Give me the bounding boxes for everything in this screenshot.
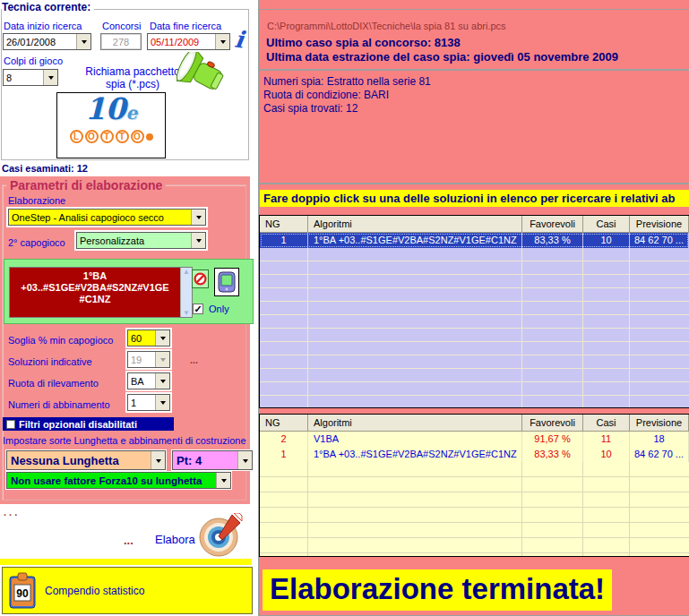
formula-textbox[interactable]: 1°BA +03..#S1GE#V2BA#S2NZ#V1GE #C1NZ ▲▼ (9, 267, 193, 318)
chevron-down-icon[interactable] (215, 34, 229, 49)
numeri-abbinamento-combobox[interactable]: 1 (127, 394, 170, 411)
colpi-value: 8 (4, 72, 43, 83)
chevron-down-icon[interactable] (191, 210, 205, 225)
cell-previsione: 84 62 70 ... (630, 447, 689, 462)
ruota-rilevamento-combobox[interactable]: BA (127, 372, 170, 389)
elabora-dots: ... (124, 534, 133, 547)
forza10-value: Non usare fattore Forza10 su lunghetta (7, 475, 216, 486)
elaborazione-value: OneStep - Analisi capogioco secco (9, 211, 191, 223)
pda-device-icon[interactable] (214, 268, 239, 296)
elabora-target-button[interactable] (198, 513, 243, 558)
only-checkbox[interactable]: ✓ Only (193, 304, 229, 314)
soglia-combobox[interactable]: 60 (127, 329, 170, 346)
col-header-favorevoli[interactable]: Favorevoli (522, 216, 583, 233)
cell-ng: 1 (260, 447, 308, 462)
chevron-down-icon[interactable] (155, 395, 169, 410)
data-inizio-label: Data inizio ricerca (4, 21, 82, 31)
col-header-algoritmi[interactable]: Algoritmi (308, 216, 522, 233)
col-header-ng[interactable]: NG (260, 415, 308, 432)
numeri-value: 1 (128, 397, 155, 408)
col-header-previsione[interactable]: Previsione (630, 415, 689, 432)
results-panel: C:\Programmi\LottoDIX\Tecniche\la spia 8… (258, 0, 689, 616)
data-fine-combobox[interactable]: 05/11/2009 (147, 33, 230, 50)
compendio-statistico-button[interactable]: 90 Compendio statistico (2, 567, 253, 614)
richiama-line1: Richiama pacchetto (79, 65, 186, 78)
capogioco2-combobox[interactable]: Personalizzata (76, 232, 206, 249)
compendio-label: Compendio statistico (45, 585, 144, 597)
solutions-table[interactable]: NG Algoritmi Favorevoli Casi Previsione … (259, 215, 689, 408)
formula-text: 1°BA +03..#S1GE#V2BA#S2NZ#V1GE #C1NZ (10, 268, 180, 317)
chevron-down-icon[interactable] (191, 233, 205, 248)
concorsi-label: Concorsi (102, 21, 141, 31)
formula-line: 1°BA (10, 270, 180, 282)
empty-rows-area[interactable] (260, 462, 689, 556)
colpi-combobox[interactable]: 8 (3, 69, 58, 86)
formula-panel: 1°BA +03..#S1GE#V2BA#S2NZ#V1GE #C1NZ ▲▼ (4, 259, 254, 324)
concorsi-field[interactable]: 278 (100, 33, 142, 50)
left-panel: Tecnica corrente: Data inizio ricerca 26… (0, 0, 258, 616)
checkbox-unchecked-icon[interactable] (6, 420, 15, 429)
formula-line: +03..#S1GE#V2BA#S2NZ#V1GE (10, 282, 180, 294)
cell-favorevoli: 83,33 % (522, 233, 583, 248)
table-row-selected[interactable]: 1 1°BA +03..#S1GE#V2BA#S2NZ#V1GE#C1NZ 83… (260, 233, 689, 248)
cell-algoritmi: 1°BA +03..#S1GE#V2BA#S2NZ#V1GE#C1NZ (308, 233, 522, 248)
cell-casi: 11 (583, 432, 630, 447)
col-header-favorevoli[interactable]: Favorevoli (522, 415, 583, 432)
chevron-down-icon[interactable] (216, 473, 230, 488)
soluzioni-value: 19 (128, 354, 155, 365)
chevron-down-icon[interactable] (43, 70, 57, 85)
only-label: Only (209, 304, 229, 314)
casi-trovati-label: Casi spia trovati: 12 (263, 102, 357, 115)
table-row[interactable]: 2 V1BA 91,67 % 11 18 (260, 432, 689, 447)
ruota-value: BA (128, 375, 155, 387)
cell-algoritmi: 1°BA +03..#S1GE#V2BA#S2NZ#V1GE#C1NZ (308, 447, 522, 462)
data-inizio-combobox[interactable]: 26/01/2008 (3, 33, 91, 50)
cell-favorevoli: 83,33 % (522, 447, 583, 462)
clipboard-90-icon: 90 (8, 572, 37, 610)
checkbox-checked-icon[interactable]: ✓ (193, 304, 203, 314)
table-row[interactable]: 1 1°BA +03..#S1GE#V2BA#S2NZ#V1GE#C1NZ 83… (260, 447, 689, 462)
soluzioni-label: Soluzioni indicative (8, 356, 92, 367)
capogioco2-value: Personalizzata (77, 235, 191, 246)
prohibition-icon[interactable] (192, 270, 209, 288)
svg-text:90: 90 (16, 587, 29, 600)
empty-rows-area[interactable] (260, 248, 689, 407)
col-header-previsione[interactable]: Previsione (630, 216, 689, 233)
soglia-label: Soglia % min capogioco (8, 335, 113, 346)
elaborazione-combobox[interactable]: OneStep - Analisi capogioco secco (8, 209, 206, 226)
pt-combobox[interactable]: Pt: 4 (172, 450, 253, 470)
col-header-ng[interactable]: NG (260, 216, 308, 233)
formula-line: #C1NZ (10, 294, 180, 305)
filtri-opzionali-bar[interactable]: Filtri opzionali disabilitati (3, 417, 174, 431)
capogioco2-label: 2° capogioco (8, 237, 65, 248)
soluzioni-combobox: 19 (127, 351, 170, 368)
flashlight-icon[interactable] (176, 52, 226, 97)
col-header-casi[interactable]: Casi (583, 415, 630, 432)
chevron-down-icon[interactable] (155, 330, 169, 346)
col-header-casi[interactable]: Casi (583, 216, 630, 233)
elabora-label: Elabora (155, 533, 195, 546)
formula-scrollbar[interactable]: ▲▼ (180, 268, 192, 317)
soluzioni-dots: ... (190, 355, 198, 365)
yellow-divider (0, 559, 252, 565)
impostare-label: Impostare sorte Lunghetta e abbinamenti … (3, 435, 246, 446)
data-fine-label: Data fine ricerca (150, 21, 221, 31)
chevron-down-icon[interactable] (155, 373, 169, 389)
casi-esaminati-label: Casi esaminati: 12 (2, 163, 88, 174)
lotto-letter: L (70, 130, 83, 143)
chevron-down-icon[interactable] (237, 451, 252, 469)
spia-info-box: C:\Programmi\LottoDIX\Tecniche\la spia 8… (259, 9, 689, 70)
ruota-rilevamento-label: Ruota di rilevamento (8, 378, 99, 389)
forza10-combobox[interactable]: Non usare fattore Forza10 su lunghetta (6, 472, 231, 489)
ranking-table[interactable]: NG Algoritmi Favorevoli Casi Previsione … (259, 414, 689, 557)
lunghetta-combobox[interactable]: Nessuna Lunghetta (6, 450, 166, 470)
lotto-letter: T (100, 130, 114, 143)
col-header-algoritmi[interactable]: Algoritmi (308, 415, 522, 432)
cell-ng: 1 (260, 233, 308, 248)
colpi-label: Colpi di gioco (4, 56, 63, 66)
chevron-down-icon[interactable] (76, 34, 90, 49)
cell-algoritmi: V1BA (308, 432, 522, 447)
chevron-down-icon[interactable] (151, 451, 165, 469)
table-header-row: NG Algoritmi Favorevoli Casi Previsione (260, 216, 689, 233)
ultima-data-label: Ultima data estrazione del caso spia: gi… (266, 50, 618, 64)
